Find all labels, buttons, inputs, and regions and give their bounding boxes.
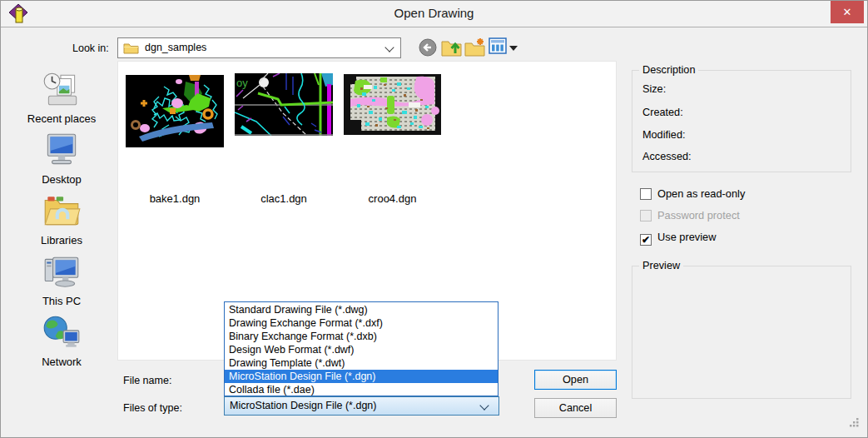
sidebar-item-recent-places[interactable]: Recent places <box>7 71 116 125</box>
back-arrow-icon <box>418 37 438 57</box>
open-drawing-dialog: Open Drawing ✕ Look in: dgn_samples <box>0 0 868 438</box>
checkbox-disabled-icon <box>640 210 652 221</box>
back-button[interactable] <box>418 37 439 59</box>
chevron-down-icon <box>479 401 489 410</box>
cancel-button[interactable]: Cancel <box>534 398 617 418</box>
created-field-label: Created: <box>642 107 683 118</box>
close-button[interactable]: ✕ <box>831 1 864 23</box>
file-name-label: clac1.dgn <box>235 192 333 205</box>
desktop-icon <box>41 132 82 170</box>
checkbox-label: Use preview <box>657 231 716 243</box>
preview-groupbox: Preview <box>632 266 851 399</box>
chevron-down-icon <box>384 42 394 52</box>
file-type-option-dgn-selected[interactable]: MicroStation Design File (*.dgn) <box>225 370 498 383</box>
title-bar[interactable]: Open Drawing ✕ <box>1 1 867 27</box>
network-icon <box>41 314 82 352</box>
description-groupbox: Description Size: Created: Modified: Acc… <box>632 70 851 172</box>
thumbnail-croo4 <box>344 74 441 135</box>
password-protect-checkbox: Password protect <box>640 209 740 222</box>
accessed-field-label: Accessed: <box>642 151 692 162</box>
sidebar-item-this-pc[interactable]: This PC <box>7 253 116 307</box>
close-icon: ✕ <box>843 6 852 18</box>
recent-places-icon <box>41 71 82 109</box>
file-name-field-label: File name: <box>123 375 171 386</box>
size-field-label: Size: <box>642 83 666 95</box>
file-name-label: bake1.dgn <box>126 192 224 205</box>
look-in-label: Look in: <box>72 42 109 54</box>
sidebar-item-label: Desktop <box>7 173 116 186</box>
sidebar-item-label: Network <box>7 356 116 368</box>
thumbnail-clac1: oy <box>235 73 333 136</box>
sidebar-item-network[interactable]: Network <box>7 314 116 368</box>
file-type-option-dwt[interactable]: Drawing Template (*.dwt) <box>225 356 498 370</box>
use-preview-checkbox[interactable]: ✔Use preview <box>640 231 716 244</box>
new-folder-button[interactable] <box>464 37 486 59</box>
checkbox-label: Open as read-only <box>657 187 745 200</box>
sidebar-item-libraries[interactable]: Libraries <box>7 192 116 246</box>
sidebar-item-desktop[interactable]: Desktop <box>7 132 116 186</box>
files-of-type-combobox[interactable]: MicroStation Design File (*.dgn) <box>224 396 499 416</box>
file-item-croo4[interactable]: croo4.dgn <box>344 74 441 208</box>
checkbox-checked-icon: ✔ <box>640 234 652 246</box>
svg-text:oy: oy <box>236 77 248 89</box>
sidebar-item-label: Recent places <box>7 112 116 125</box>
dialog-title: Open Drawing <box>1 6 867 20</box>
file-type-option-dwg[interactable]: Standard Drawing File (*.dwg) <box>225 303 498 316</box>
resize-grip-icon[interactable] <box>848 416 860 428</box>
file-item-bake1[interactable]: bake1.dgn <box>126 75 224 208</box>
checkbox-label: Password protect <box>657 209 740 221</box>
thumbnail-bake1 <box>126 75 224 147</box>
file-item-clac1[interactable]: oy <box>235 73 333 208</box>
view-menu-caret-icon[interactable] <box>509 46 518 51</box>
file-type-option-dxb[interactable]: Binary Exchange Format (*.dxb) <box>225 330 498 343</box>
sidebar-item-label: This PC <box>7 295 116 307</box>
file-type-dropdown-list: Standard Drawing File (*.dwg) Drawing Ex… <box>224 301 498 396</box>
view-grid-icon <box>489 37 507 54</box>
files-of-type-field-label: Files of type: <box>123 402 182 414</box>
look-in-value: dgn_samples <box>145 42 206 53</box>
open-button[interactable]: Open <box>534 370 617 390</box>
up-one-level-button[interactable] <box>441 37 463 59</box>
look-in-combobox[interactable]: dgn_samples <box>117 37 401 58</box>
modified-field-label: Modified: <box>642 129 685 141</box>
this-pc-icon <box>41 253 82 291</box>
file-type-option-dwf[interactable]: Design Web Format (*.dwf) <box>225 343 498 356</box>
up-one-folder-icon <box>441 37 463 57</box>
folder-icon <box>123 42 139 54</box>
file-type-option-dxf[interactable]: Drawing Exchange Format (*.dxf) <box>225 316 498 330</box>
libraries-icon <box>41 192 82 231</box>
checkbox-unchecked-icon <box>640 188 652 200</box>
file-type-option-dae[interactable]: Collada file (*.dae) <box>225 383 498 396</box>
description-group-title: Description <box>639 64 698 76</box>
view-menu-button[interactable] <box>489 37 507 59</box>
preview-group-title: Preview <box>639 260 683 271</box>
new-folder-icon <box>464 37 486 57</box>
files-of-type-value: MicroStation Design File (*.dgn) <box>230 400 376 411</box>
file-name-label: croo4.dgn <box>344 192 441 205</box>
sidebar-item-label: Libraries <box>7 234 116 246</box>
open-as-read-only-checkbox[interactable]: Open as read-only <box>640 187 745 201</box>
